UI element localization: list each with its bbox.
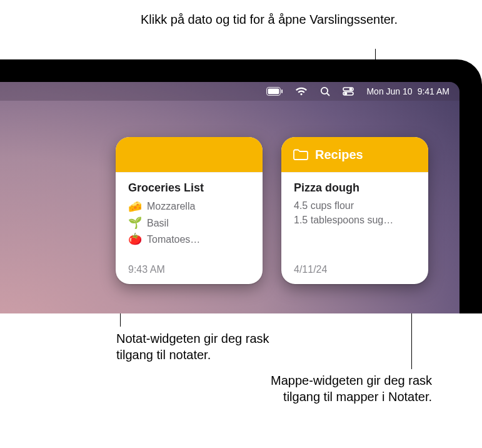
desktop: Mon Jun 10 9:41 AM Groceries List 🧀 Mozz… [0,82,459,313]
callout-note-widget: Notat-widgeten gir deg rask tilgang til … [116,330,304,363]
menu-bar: Mon Jun 10 9:41 AM [0,82,459,101]
device-frame: Mon Jun 10 9:41 AM Groceries List 🧀 Mozz… [0,59,482,313]
folder-icon [293,148,309,161]
folder-widget-body: Pizza dough 4.5 cups flour 1.5 tablespoo… [281,172,428,284]
svg-point-6 [350,88,352,90]
svg-rect-1 [268,89,279,94]
search-icon[interactable] [320,86,330,96]
svg-line-4 [327,93,329,96]
folder-widget-header: Recipes [281,137,428,172]
svg-point-3 [321,88,328,94]
note-item: 🍅 Tomatoes… [128,231,250,247]
battery-icon[interactable] [266,87,283,96]
cheese-emoji: 🧀 [128,198,142,215]
folder-note-text: 1.5 tablespoons sug… [294,213,393,227]
menubar-clock[interactable]: Mon Jun 10 9:41 AM [366,86,449,96]
note-item-text: Mozzarella [147,199,195,213]
svg-point-8 [345,93,347,94]
desktop-widgets: Groceries List 🧀 Mozzarella 🌱 Basil 🍅 To… [116,137,428,284]
note-item-text: Tomatoes… [147,232,200,247]
callout-folder-widget: Mappe-widgeten gir deg rask tilgang til … [232,372,432,405]
herb-emoji: 🌱 [128,215,142,231]
control-center-icon[interactable] [343,87,354,96]
tomato-emoji: 🍅 [128,231,142,247]
folder-note-line: 4.5 cups flour [294,198,416,213]
menubar-date: Mon Jun 10 [366,86,412,96]
folder-note-text: 4.5 cups flour [294,198,354,213]
note-timestamp: 9:43 AM [128,264,165,275]
wifi-icon[interactable] [295,87,308,96]
folder-note-line: 1.5 tablespoons sug… [294,213,416,227]
folder-name: Recipes [315,148,363,162]
note-widget-header [116,137,263,172]
note-item: 🌱 Basil [128,215,250,231]
note-item: 🧀 Mozzarella [128,198,250,215]
svg-rect-2 [281,89,283,93]
notes-folder-widget[interactable]: Recipes Pizza dough 4.5 cups flour 1.5 t… [281,137,428,284]
note-widget-body: Groceries List 🧀 Mozzarella 🌱 Basil 🍅 To… [116,172,263,284]
note-item-text: Basil [147,216,169,230]
notes-note-widget[interactable]: Groceries List 🧀 Mozzarella 🌱 Basil 🍅 To… [116,137,263,284]
folder-note-date: 4/11/24 [294,264,327,275]
note-title: Groceries List [128,181,250,195]
folder-note-title: Pizza dough [294,181,416,195]
menubar-time: 9:41 AM [418,86,449,96]
callout-clock: Klikk på dato og tid for å åpne Varsling… [135,11,398,28]
